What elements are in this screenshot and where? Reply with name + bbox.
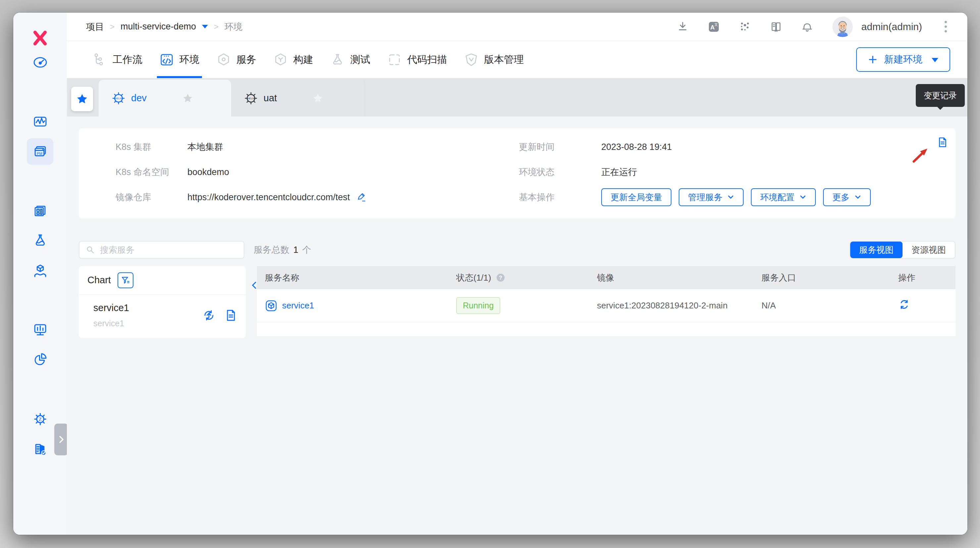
basic-operations: 更新全局变量 管理服务 环境配置 <box>601 188 871 206</box>
download-icon[interactable] <box>677 21 689 33</box>
bell-icon[interactable] <box>801 21 813 33</box>
sidebar-item-enterprise[interactable] <box>27 435 53 462</box>
top-bar: 项目 > multi-service-demo > 环境 A文 <box>67 13 967 41</box>
restart-icon[interactable] <box>898 299 910 310</box>
breadcrumb-root[interactable]: 项目 <box>86 21 104 33</box>
plus-icon <box>868 55 877 64</box>
sidebar-item-testing[interactable] <box>27 227 53 254</box>
values-document-icon[interactable] <box>224 309 237 322</box>
col-header-ingress: 服务入口 <box>754 272 890 284</box>
helm-icon: HELM <box>244 91 258 106</box>
chevron-left-icon <box>250 281 259 289</box>
docs-book-icon[interactable] <box>770 21 782 33</box>
project-dropdown-caret-icon[interactable] <box>202 25 208 32</box>
user-menu[interactable]: admin(admin) <box>832 17 922 37</box>
env-tab-dev[interactable]: HELM dev <box>99 80 231 116</box>
info-label: K8s 集群 <box>116 141 188 153</box>
chart-service-subtitle: service1 <box>93 319 129 328</box>
edit-pencil-icon[interactable] <box>356 192 366 203</box>
sidebar: PM Z <box>13 13 67 535</box>
tab-code-scan[interactable]: 代码扫描 <box>387 41 447 78</box>
content-area: K8s 集群 本地集群 K8s 命名空间 bookdemo 镜像仓库 https… <box>67 116 967 535</box>
svg-text:PM: PM <box>37 151 42 155</box>
more-menu-icon[interactable] <box>941 19 950 34</box>
tab-services[interactable]: 服务 <box>216 41 256 78</box>
search-icon <box>86 245 95 255</box>
info-label: K8s 命名空间 <box>116 166 188 178</box>
env-config-button[interactable]: 环境配置 <box>751 188 816 206</box>
tab-builds[interactable]: 构建 <box>274 41 313 78</box>
sidebar-item-dashboard[interactable] <box>27 49 53 75</box>
col-header-image: 镜像 <box>589 272 754 284</box>
dropdown-caret-icon <box>932 58 938 65</box>
sidebar-item-releases[interactable] <box>27 197 53 224</box>
search-input[interactable] <box>100 245 238 255</box>
info-column-right: 更新时间 2023-08-28 19:41 环境状态 正在运行 基本操作 更新全… <box>519 134 871 210</box>
total-label: 服务总数 <box>254 244 290 256</box>
sidebar-item-delivery[interactable] <box>27 257 53 284</box>
info-row-status: 环境状态 正在运行 <box>519 159 871 185</box>
breadcrumb-separator: > <box>214 22 218 32</box>
favorites-filter-button[interactable] <box>71 87 93 111</box>
sidebar-expand-handle[interactable] <box>54 424 68 455</box>
tab-version-management[interactable]: 版本管理 <box>464 41 524 78</box>
building-check-icon <box>32 441 48 456</box>
flask-icon <box>32 233 48 248</box>
button-label: 更新全局变量 <box>611 192 662 203</box>
sidebar-item-settings[interactable]: Z <box>27 406 53 432</box>
env-tab-label: dev <box>131 93 147 103</box>
upgrade-icon[interactable] <box>203 309 215 322</box>
changelog-document-icon[interactable] <box>937 137 948 148</box>
info-row-operations: 基本操作 更新全局变量 管理服务 环境配置 <box>519 185 871 210</box>
scan-dashed-icon <box>387 52 402 67</box>
pm-windows-icon: PM <box>32 144 48 159</box>
tab-tests[interactable]: 测试 <box>331 41 370 78</box>
breadcrumb: 项目 > multi-service-demo > 环境 <box>86 21 242 33</box>
env-tab-uat[interactable]: HELM uat <box>231 80 365 116</box>
info-value: https://koderover.tencentcloudcr.com/tes… <box>188 192 350 203</box>
translate-icon[interactable]: A文 <box>708 21 720 33</box>
update-global-vars-button[interactable]: 更新全局变量 <box>601 188 671 206</box>
sidebar-item-projects-pm[interactable]: PM <box>27 138 53 165</box>
service-cube-icon <box>265 300 277 312</box>
services-table: 服务名称 状态(1/1) ? 镜像 服务入口 操作 <box>257 266 956 337</box>
chart-panel-title: Chart <box>88 275 111 286</box>
sidebar-item-data-view[interactable] <box>27 316 53 343</box>
desktop-background: PM Z <box>0 0 980 548</box>
service-name: service1 <box>282 300 314 311</box>
services-body: Chart service1 service1 <box>79 266 956 338</box>
service-search[interactable] <box>79 241 244 259</box>
sidebar-item-reports[interactable] <box>27 346 53 373</box>
question-circle-icon[interactable]: ? <box>496 273 506 283</box>
chevron-down-icon <box>854 194 861 201</box>
breadcrumb-project[interactable]: multi-service-demo <box>121 22 196 32</box>
app-logo <box>32 30 48 46</box>
star-icon[interactable] <box>313 93 323 103</box>
sidebar-item-insight[interactable] <box>27 108 53 135</box>
star-icon[interactable] <box>183 93 193 103</box>
cluster-dots-icon[interactable] <box>739 21 751 33</box>
gauge-icon <box>32 55 48 70</box>
user-name: admin(admin) <box>861 21 922 32</box>
service-view-segment[interactable]: 服务视图 <box>850 241 902 258</box>
collapse-chart-panel-button[interactable] <box>248 278 260 292</box>
chart-filter-button[interactable] <box>118 272 134 288</box>
resource-view-segment[interactable]: 资源视图 <box>902 241 955 258</box>
tab-label: 版本管理 <box>484 53 524 67</box>
svg-text:Z: Z <box>38 416 41 422</box>
filter-funnel-icon <box>121 275 130 285</box>
build-hexagon-icon <box>274 52 288 67</box>
service-link[interactable]: service1 <box>265 300 314 312</box>
star-filled-icon <box>76 93 88 105</box>
helm-icon: HELM <box>111 91 126 106</box>
more-actions-button[interactable]: 更多 <box>823 188 871 206</box>
col-header-status: 状态(1/1) ? <box>448 272 589 284</box>
manage-services-button[interactable]: 管理服务 <box>679 188 744 206</box>
chevron-right-icon <box>57 435 65 444</box>
chart-service-item[interactable]: service1 service1 <box>79 294 246 338</box>
table-header: 服务名称 状态(1/1) ? 镜像 服务入口 操作 <box>257 266 956 289</box>
new-environment-button[interactable]: 新建环境 <box>856 47 950 72</box>
tab-environments[interactable]: 环境 <box>159 41 199 78</box>
tab-workflows[interactable]: 工作流 <box>93 41 142 78</box>
col-header-service-name: 服务名称 <box>257 272 448 284</box>
